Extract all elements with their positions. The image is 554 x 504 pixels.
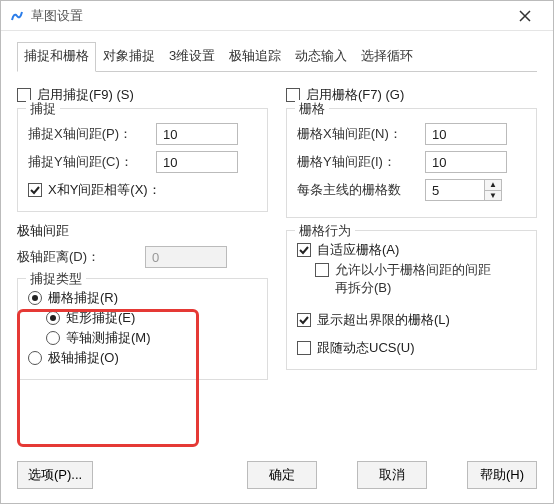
major-lines-label: 每条主线的栅格数 xyxy=(297,181,417,199)
spinner-up-icon[interactable]: ▲ xyxy=(485,180,501,190)
close-button[interactable] xyxy=(505,2,545,30)
snap-y-label: 捕捉Y轴间距(C)： xyxy=(28,153,148,171)
major-lines-spinner[interactable]: ▲ ▼ xyxy=(425,179,502,201)
grid-snap-label: 栅格捕捉(R) xyxy=(48,289,118,307)
tab-strip: 捕捉和栅格 对象捕捉 3维设置 极轴追踪 动态输入 选择循环 xyxy=(17,41,537,72)
equal-xy-checkbox[interactable] xyxy=(28,183,42,197)
grid-y-label: 栅格Y轴间距(I)： xyxy=(297,153,417,171)
grid-x-label: 栅格X轴间距(N)： xyxy=(297,125,417,143)
grid-behavior-legend: 栅格行为 xyxy=(295,222,355,240)
tab-dynamic-input[interactable]: 动态输入 xyxy=(288,42,354,72)
sub-split-label: 允许以小于栅格间距的间距再拆分(B) xyxy=(335,261,495,297)
rect-snap-label: 矩形捕捉(E) xyxy=(66,309,135,327)
grid-y-input[interactable] xyxy=(425,151,507,173)
window-title: 草图设置 xyxy=(31,7,505,25)
grid-legend: 栅格 xyxy=(295,100,329,118)
sub-split-checkbox[interactable] xyxy=(315,263,329,277)
snap-x-input[interactable] xyxy=(156,123,238,145)
spinner-down-icon[interactable]: ▼ xyxy=(485,190,501,200)
help-button[interactable]: 帮助(H) xyxy=(467,461,537,489)
polar-snap-radio[interactable] xyxy=(28,351,42,365)
tab-3d-settings[interactable]: 3维设置 xyxy=(162,42,222,72)
show-beyond-label: 显示超出界限的栅格(L) xyxy=(317,311,450,329)
grid-x-input[interactable] xyxy=(425,123,507,145)
major-lines-input[interactable] xyxy=(425,179,485,201)
options-button[interactable]: 选项(P)... xyxy=(17,461,93,489)
iso-snap-radio[interactable] xyxy=(46,331,60,345)
snap-y-input[interactable] xyxy=(156,151,238,173)
tab-select-cycle[interactable]: 选择循环 xyxy=(354,42,420,72)
snap-fieldset: 捕捉 捕捉X轴间距(P)： 捕捉Y轴间距(C)： X和Y间距相等(X)： xyxy=(17,108,268,212)
follow-ucs-checkbox[interactable] xyxy=(297,341,311,355)
polar-dist-label: 极轴距离(D)： xyxy=(17,248,137,266)
polar-dist-input xyxy=(145,246,227,268)
equal-xy-label: X和Y间距相等(X)： xyxy=(48,181,161,199)
close-icon xyxy=(519,10,531,22)
cancel-button[interactable]: 取消 xyxy=(357,461,427,489)
tab-snap-grid[interactable]: 捕捉和栅格 xyxy=(17,42,96,72)
ok-button[interactable]: 确定 xyxy=(247,461,317,489)
snap-type-fieldset: 捕捉类型 栅格捕捉(R) 矩形捕捉(E) 等轴测捕捉(M) xyxy=(17,278,268,380)
polar-snap-label: 极轴捕捉(O) xyxy=(48,349,119,367)
snap-type-legend: 捕捉类型 xyxy=(26,270,86,288)
adaptive-grid-label: 自适应栅格(A) xyxy=(317,241,399,259)
tab-object-snap[interactable]: 对象捕捉 xyxy=(96,42,162,72)
polar-spacing-legend: 极轴间距 xyxy=(17,222,268,240)
snap-legend: 捕捉 xyxy=(26,100,60,118)
iso-snap-label: 等轴测捕捉(M) xyxy=(66,329,151,347)
follow-ucs-label: 跟随动态UCS(U) xyxy=(317,339,415,357)
polar-spacing-section: 极轴间距 极轴距离(D)： xyxy=(17,222,268,268)
tab-polar-track[interactable]: 极轴追踪 xyxy=(222,42,288,72)
grid-behavior-fieldset: 栅格行为 自适应栅格(A) 允许以小于栅格间距的间距再拆分(B) xyxy=(286,230,537,370)
show-beyond-checkbox[interactable] xyxy=(297,313,311,327)
adaptive-grid-checkbox[interactable] xyxy=(297,243,311,257)
snap-x-label: 捕捉X轴间距(P)： xyxy=(28,125,148,143)
app-icon xyxy=(9,8,25,24)
grid-fieldset: 栅格 栅格X轴间距(N)： 栅格Y轴间距(I)： 每条主线的栅格数 xyxy=(286,108,537,218)
rect-snap-radio[interactable] xyxy=(46,311,60,325)
grid-snap-radio[interactable] xyxy=(28,291,42,305)
